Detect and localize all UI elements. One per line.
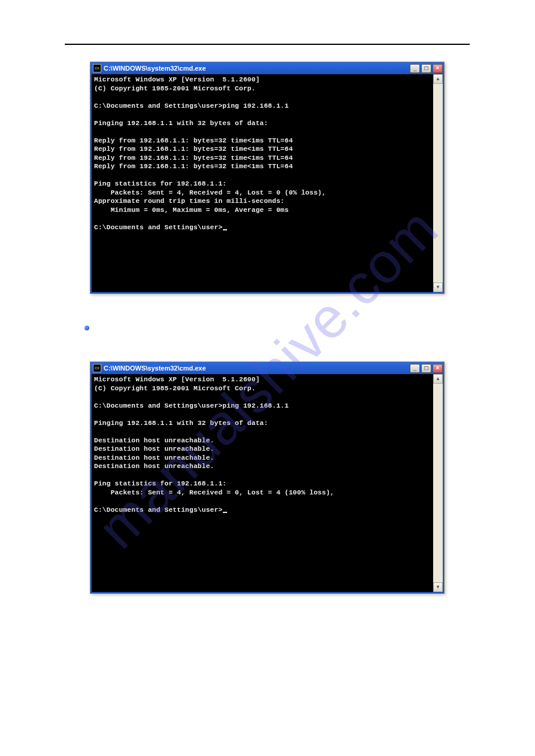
scroll-track[interactable]: [433, 384, 443, 582]
close-button[interactable]: ×: [433, 64, 443, 73]
close-button[interactable]: ×: [433, 364, 443, 373]
cursor-icon: [223, 512, 227, 513]
scroll-track[interactable]: [433, 84, 443, 283]
console-frame: Microsoft Windows XP [Version 5.1.2600] …: [90, 374, 444, 593]
scroll-up-button[interactable]: ▲: [433, 74, 443, 84]
cmd-window-fail: cx C:\WINDOWS\system32\cmd.exe _ □ × Mic…: [90, 362, 445, 594]
scroll-up-button[interactable]: ▲: [433, 374, 443, 384]
horizontal-rule: [65, 44, 470, 45]
console-output[interactable]: Microsoft Windows XP [Version 5.1.2600] …: [92, 374, 433, 592]
cursor-icon: [223, 229, 227, 230]
console-frame: Microsoft Windows XP [Version 5.1.2600] …: [90, 74, 444, 293]
window-controls: _ □ ×: [410, 364, 443, 373]
console-output[interactable]: Microsoft Windows XP [Version 5.1.2600] …: [92, 74, 433, 292]
window-title: C:\WINDOWS\system32\cmd.exe: [104, 65, 407, 72]
window-controls: _ □ ×: [410, 64, 443, 73]
maximize-button[interactable]: □: [421, 364, 431, 373]
maximize-button[interactable]: □: [421, 64, 431, 73]
cmd-icon: cx: [93, 64, 101, 72]
titlebar[interactable]: cx C:\WINDOWS\system32\cmd.exe _ □ ×: [90, 362, 444, 374]
minimize-button[interactable]: _: [410, 64, 420, 73]
scroll-down-button[interactable]: ▼: [433, 582, 443, 592]
scrollbar[interactable]: ▲ ▼: [433, 374, 443, 592]
minimize-button[interactable]: _: [410, 364, 420, 373]
window-title: C:\WINDOWS\system32\cmd.exe: [104, 365, 407, 372]
titlebar[interactable]: cx C:\WINDOWS\system32\cmd.exe _ □ ×: [90, 62, 444, 74]
scroll-down-button[interactable]: ▼: [433, 283, 443, 292]
bullet-icon: [84, 326, 89, 330]
cmd-icon: cx: [93, 364, 101, 372]
scrollbar[interactable]: ▲ ▼: [433, 74, 443, 292]
cmd-window-success: cx C:\WINDOWS\system32\cmd.exe _ □ × Mic…: [90, 62, 445, 294]
